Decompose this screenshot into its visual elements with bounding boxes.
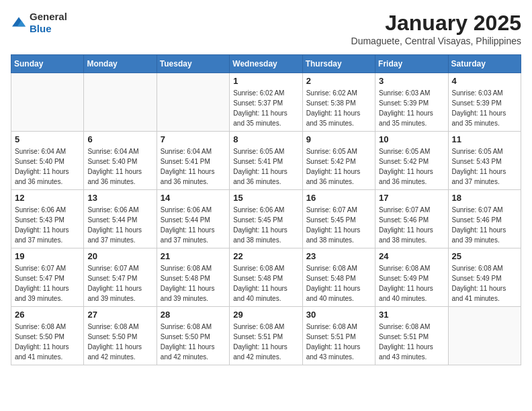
calendar-cell (157, 73, 229, 132)
calendar-cell: 4Sunrise: 6:03 AMSunset: 5:39 PMDaylight… (448, 73, 521, 132)
calendar: SundayMondayTuesdayWednesdayThursdayFrid… (11, 54, 521, 365)
day-info: Sunrise: 6:08 AMSunset: 5:48 PMDaylight:… (233, 263, 298, 304)
day-info: Sunrise: 6:04 AMSunset: 5:40 PMDaylight:… (15, 146, 80, 187)
day-info: Sunrise: 6:05 AMSunset: 5:43 PMDaylight:… (452, 146, 517, 187)
day-info: Sunrise: 6:08 AMSunset: 5:51 PMDaylight:… (379, 322, 444, 362)
day-info: Sunrise: 6:03 AMSunset: 5:39 PMDaylight:… (452, 88, 517, 128)
day-info: Sunrise: 6:07 AMSunset: 5:47 PMDaylight:… (87, 263, 152, 304)
day-number: 28 (161, 310, 226, 320)
calendar-cell: 9Sunrise: 6:05 AMSunset: 5:42 PMDaylight… (302, 132, 375, 190)
day-number: 7 (161, 134, 226, 144)
week-row-5: 26Sunrise: 6:08 AMSunset: 5:50 PMDayligh… (11, 307, 521, 365)
calendar-cell: 8Sunrise: 6:05 AMSunset: 5:41 PMDaylight… (230, 132, 302, 190)
day-number: 24 (379, 251, 444, 261)
day-number: 11 (452, 134, 517, 144)
header: General Blue January 2025 Dumaguete, Cen… (11, 11, 521, 46)
calendar-cell: 22Sunrise: 6:08 AMSunset: 5:48 PMDayligh… (230, 248, 302, 307)
day-number: 5 (15, 134, 80, 144)
calendar-cell: 28Sunrise: 6:08 AMSunset: 5:50 PMDayligh… (157, 307, 229, 365)
day-number: 25 (452, 251, 517, 261)
day-number: 9 (306, 134, 371, 144)
day-info: Sunrise: 6:08 AMSunset: 5:48 PMDaylight:… (161, 263, 226, 304)
day-info: Sunrise: 6:05 AMSunset: 5:42 PMDaylight:… (306, 146, 371, 187)
calendar-cell: 31Sunrise: 6:08 AMSunset: 5:51 PMDayligh… (375, 307, 448, 365)
day-number: 6 (87, 134, 152, 144)
day-number: 13 (87, 193, 152, 203)
calendar-cell: 7Sunrise: 6:04 AMSunset: 5:41 PMDaylight… (157, 132, 229, 190)
day-info: Sunrise: 6:06 AMSunset: 5:43 PMDaylight:… (15, 205, 80, 245)
calendar-cell: 30Sunrise: 6:08 AMSunset: 5:51 PMDayligh… (302, 307, 375, 365)
calendar-cell: 27Sunrise: 6:08 AMSunset: 5:50 PMDayligh… (84, 307, 157, 365)
day-info: Sunrise: 6:08 AMSunset: 5:50 PMDaylight:… (87, 322, 152, 362)
week-row-2: 5Sunrise: 6:04 AMSunset: 5:40 PMDaylight… (11, 132, 521, 190)
day-info: Sunrise: 6:05 AMSunset: 5:42 PMDaylight:… (379, 146, 444, 187)
day-number: 17 (379, 193, 444, 203)
day-info: Sunrise: 6:08 AMSunset: 5:48 PMDaylight:… (306, 263, 371, 304)
day-number: 15 (233, 193, 298, 203)
day-info: Sunrise: 6:02 AMSunset: 5:38 PMDaylight:… (306, 88, 371, 128)
calendar-cell: 14Sunrise: 6:06 AMSunset: 5:44 PMDayligh… (157, 190, 229, 248)
calendar-cell: 15Sunrise: 6:06 AMSunset: 5:45 PMDayligh… (230, 190, 302, 248)
day-number: 26 (15, 310, 80, 320)
logo-text-general: General (30, 11, 67, 22)
day-number: 22 (233, 251, 298, 261)
calendar-cell: 16Sunrise: 6:07 AMSunset: 5:45 PMDayligh… (302, 190, 375, 248)
calendar-cell: 17Sunrise: 6:07 AMSunset: 5:46 PMDayligh… (375, 190, 448, 248)
day-number: 21 (161, 251, 226, 261)
day-number: 27 (87, 310, 152, 320)
month-title: January 2025 (351, 11, 521, 36)
day-info: Sunrise: 6:07 AMSunset: 5:46 PMDaylight:… (452, 205, 517, 245)
calendar-cell (84, 73, 157, 132)
location-title: Dumaguete, Central Visayas, Philippines (351, 36, 521, 46)
day-info: Sunrise: 6:07 AMSunset: 5:45 PMDaylight:… (306, 205, 371, 245)
day-info: Sunrise: 6:06 AMSunset: 5:44 PMDaylight:… (87, 205, 152, 245)
day-number: 29 (233, 310, 298, 320)
day-info: Sunrise: 6:06 AMSunset: 5:44 PMDaylight:… (161, 205, 226, 245)
day-info: Sunrise: 6:08 AMSunset: 5:50 PMDaylight:… (161, 322, 226, 362)
day-info: Sunrise: 6:04 AMSunset: 5:40 PMDaylight:… (87, 146, 152, 187)
weekday-header-friday: Friday (375, 55, 448, 73)
calendar-cell: 21Sunrise: 6:08 AMSunset: 5:48 PMDayligh… (157, 248, 229, 307)
day-info: Sunrise: 6:07 AMSunset: 5:47 PMDaylight:… (15, 263, 80, 304)
weekday-header-sunday: Sunday (11, 55, 84, 73)
calendar-cell: 25Sunrise: 6:08 AMSunset: 5:49 PMDayligh… (448, 248, 521, 307)
calendar-cell: 24Sunrise: 6:08 AMSunset: 5:49 PMDayligh… (375, 248, 448, 307)
day-info: Sunrise: 6:07 AMSunset: 5:46 PMDaylight:… (379, 205, 444, 245)
calendar-cell: 3Sunrise: 6:03 AMSunset: 5:39 PMDaylight… (375, 73, 448, 132)
day-number: 3 (379, 76, 444, 86)
weekday-header-wednesday: Wednesday (230, 55, 302, 73)
logo-icon (11, 16, 27, 30)
day-number: 19 (15, 251, 80, 261)
calendar-cell: 10Sunrise: 6:05 AMSunset: 5:42 PMDayligh… (375, 132, 448, 190)
calendar-cell: 12Sunrise: 6:06 AMSunset: 5:43 PMDayligh… (11, 190, 84, 248)
logo: General Blue (11, 11, 67, 35)
day-number: 1 (233, 76, 298, 86)
calendar-cell: 13Sunrise: 6:06 AMSunset: 5:44 PMDayligh… (84, 190, 157, 248)
day-info: Sunrise: 6:08 AMSunset: 5:51 PMDaylight:… (306, 322, 371, 362)
weekday-header-saturday: Saturday (448, 55, 521, 73)
calendar-cell: 5Sunrise: 6:04 AMSunset: 5:40 PMDaylight… (11, 132, 84, 190)
calendar-cell: 11Sunrise: 6:05 AMSunset: 5:43 PMDayligh… (448, 132, 521, 190)
calendar-cell (11, 73, 84, 132)
calendar-cell: 2Sunrise: 6:02 AMSunset: 5:38 PMDaylight… (302, 73, 375, 132)
day-info: Sunrise: 6:02 AMSunset: 5:37 PMDaylight:… (233, 88, 298, 128)
weekday-header-thursday: Thursday (302, 55, 375, 73)
weekday-header-tuesday: Tuesday (157, 55, 229, 73)
day-number: 20 (87, 251, 152, 261)
calendar-cell: 18Sunrise: 6:07 AMSunset: 5:46 PMDayligh… (448, 190, 521, 248)
calendar-cell (448, 307, 521, 365)
day-info: Sunrise: 6:06 AMSunset: 5:45 PMDaylight:… (233, 205, 298, 245)
day-number: 4 (452, 76, 517, 86)
week-row-3: 12Sunrise: 6:06 AMSunset: 5:43 PMDayligh… (11, 190, 521, 248)
day-number: 16 (306, 193, 371, 203)
weekday-header-monday: Monday (84, 55, 157, 73)
calendar-cell: 20Sunrise: 6:07 AMSunset: 5:47 PMDayligh… (84, 248, 157, 307)
calendar-cell: 23Sunrise: 6:08 AMSunset: 5:48 PMDayligh… (302, 248, 375, 307)
calendar-cell: 6Sunrise: 6:04 AMSunset: 5:40 PMDaylight… (84, 132, 157, 190)
week-row-1: 1Sunrise: 6:02 AMSunset: 5:37 PMDaylight… (11, 73, 521, 132)
day-number: 31 (379, 310, 444, 320)
day-info: Sunrise: 6:08 AMSunset: 5:51 PMDaylight:… (233, 322, 298, 362)
day-info: Sunrise: 6:03 AMSunset: 5:39 PMDaylight:… (379, 88, 444, 128)
calendar-cell: 26Sunrise: 6:08 AMSunset: 5:50 PMDayligh… (11, 307, 84, 365)
week-row-4: 19Sunrise: 6:07 AMSunset: 5:47 PMDayligh… (11, 248, 521, 307)
